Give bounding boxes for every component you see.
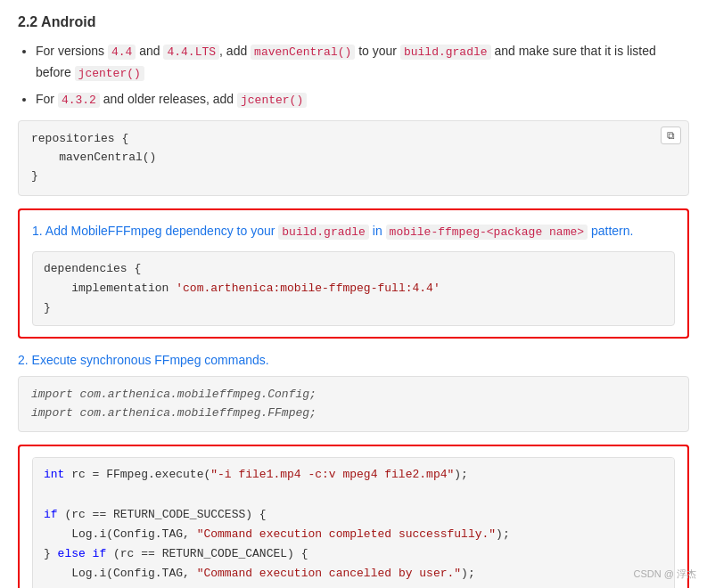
bullet-list: For versions 4.4 and 4.4.LTS, add mavenC… xyxy=(36,41,689,110)
watermark: CSDN @ 浮杰 xyxy=(634,568,696,581)
code-jcenter: jcenter() xyxy=(75,66,144,81)
code-line: } xyxy=(31,167,676,186)
code-432: 4.3.2 xyxy=(58,93,100,108)
code-line xyxy=(44,486,663,505)
code-line: if (rc == RETURN_CODE_SUCCESS) { xyxy=(44,505,663,525)
bullet-item-1: For versions 4.4 and 4.4.LTS, add mavenC… xyxy=(36,41,689,84)
code-line: } else { xyxy=(44,584,663,588)
import-line-1: import com.arthenica.mobileffmpeg.Config… xyxy=(31,386,676,404)
code-buildgradle: build.gradle xyxy=(400,45,491,60)
code-line: } xyxy=(44,298,663,318)
step2-title: 2. Execute synchronous FFmpeg commands. xyxy=(18,353,689,367)
copy-button-1[interactable]: ⧉ xyxy=(661,127,681,144)
step2-import-block: import com.arthenica.mobileffmpeg.Config… xyxy=(18,376,689,433)
code-line: } else if (rc == RETURN_CODE_CANCEL) { xyxy=(44,544,663,564)
code-line: mavenCentral() xyxy=(31,149,676,167)
code-buildgradle-step1: build.gradle xyxy=(278,225,369,240)
step1-inner-code: dependencies { implementation 'com.arthe… xyxy=(32,251,675,326)
step1-block: 1. Add MobileFFFmpeg dependency to your … xyxy=(18,208,689,339)
import-line-2: import com.arthenica.mobileffmpeg.FFmpeg… xyxy=(31,404,676,423)
step1-intro-text: 1. Add MobileFFFmpeg dependency to your … xyxy=(32,221,675,242)
section-heading: 2.2 Android xyxy=(18,14,689,30)
step2-highlighted-block: int rc = FFmpeg.execute("-i file1.mp4 -c… xyxy=(18,445,689,588)
code-mavencentralfn: mavenCentral() xyxy=(251,45,355,60)
code-jcenter2: jcenter() xyxy=(237,93,307,108)
code-4.4lts: 4.4.LTS xyxy=(163,45,219,60)
code-pattern: mobile-ffmpeg-<package name> xyxy=(386,225,588,240)
step2-inner-code: int rc = FFmpeg.execute("-i file1.mp4 -c… xyxy=(32,457,675,588)
code-4.4: 4.4 xyxy=(108,45,136,60)
code-line: dependencies { xyxy=(44,259,663,279)
code-line: implementation 'com.arthenica:mobile-ffm… xyxy=(44,279,663,298)
code-line: int rc = FFmpeg.execute("-i file1.mp4 -c… xyxy=(44,465,663,485)
repositories-code-block: ⧉ repositories { mavenCentral() } xyxy=(18,120,689,195)
code-line: Log.i(Config.TAG, "Command execution com… xyxy=(44,525,663,544)
bullet-item-2: For 4.3.2 and older releases, add jcente… xyxy=(36,89,689,110)
code-line: Log.i(Config.TAG, "Command execution can… xyxy=(44,564,663,584)
code-line: repositories { xyxy=(31,130,676,149)
